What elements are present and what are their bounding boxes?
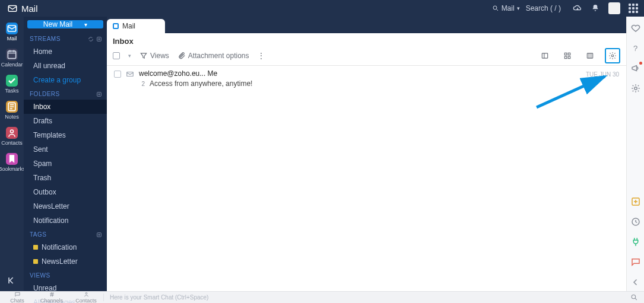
plug-icon: [630, 237, 641, 247]
widget-notifications[interactable]: [630, 63, 641, 74]
folder-newsletter[interactable]: NewsLetter: [24, 199, 107, 213]
rail-contacts[interactable]: Contacts: [2, 125, 22, 148]
top-bar: Mail Mail ▾ Search ( / ): [0, 0, 644, 17]
layout-btn-2[interactable]: [560, 48, 575, 63]
views-btn[interactable]: Views: [139, 52, 169, 60]
rail-mail[interactable]: Mail: [2, 20, 22, 44]
folder-notification[interactable]: Notification: [24, 213, 107, 228]
tags-add[interactable]: [96, 232, 102, 238]
search-icon: [630, 294, 638, 301]
new-mail-button[interactable]: New Mail ▾: [27, 20, 103, 28]
plus-icon: [96, 36, 102, 42]
tag-notification[interactable]: Notification: [24, 240, 107, 254]
widget-settings[interactable]: [630, 83, 641, 94]
attachment-label: Attachment options: [188, 52, 249, 60]
tag-color-swatch: [33, 245, 38, 250]
sidebar-item-label: Outbox: [33, 188, 56, 196]
bottom-tab-contacts[interactable]: Contacts: [69, 291, 103, 303]
message-count: 2: [139, 81, 145, 87]
bottom-tab-label: Chats: [10, 298, 24, 303]
heart-icon: [630, 23, 641, 33]
smart-chat-input[interactable]: Here is your Smart Chat (Ctrl+Space): [103, 294, 644, 301]
brand-title: Mail: [21, 4, 38, 14]
tab-icon: [113, 23, 119, 29]
rail-calendar[interactable]: Calendar: [2, 46, 22, 70]
layout-btn-3[interactable]: [582, 48, 598, 63]
widget-favorite[interactable]: [630, 23, 641, 33]
rail-collapse[interactable]: [2, 275, 22, 286]
search-icon: [492, 5, 499, 12]
sidebar-item-label: Trash: [33, 174, 51, 182]
message-row[interactable]: welcome@zoho.eu... Me 2 Access from anyw…: [107, 66, 626, 91]
message-subject: Access from anywhere, anytime!: [150, 79, 252, 88]
top-search: Mail ▾ Search ( / ): [486, 4, 567, 12]
folder-outbox[interactable]: Outbox: [24, 185, 107, 199]
widget-chat[interactable]: [630, 257, 641, 267]
folder-spam[interactable]: Spam: [24, 157, 107, 171]
streams-create-group[interactable]: Create a group: [24, 73, 107, 87]
streams-actions[interactable]: [88, 36, 102, 42]
svg-point-5: [11, 130, 14, 133]
search-input[interactable]: Search ( / ): [526, 4, 561, 12]
rail-notes[interactable]: Notes: [2, 98, 22, 122]
clock-icon: [630, 216, 641, 227]
folder-drafts[interactable]: Drafts: [24, 114, 107, 128]
svg-rect-11: [568, 53, 570, 55]
plus-square-icon: [630, 196, 641, 207]
rail-label: Bookmarks: [0, 166, 26, 172]
folder-inbox[interactable]: Inbox: [24, 100, 107, 114]
widget-plugin[interactable]: [630, 237, 641, 247]
attachment-icon: [177, 52, 186, 60]
bell-icon[interactable]: [591, 4, 600, 13]
sidebar-item-label: Create a group: [33, 76, 81, 84]
rail-bookmarks[interactable]: Bookmarks: [2, 151, 22, 174]
streams-home[interactable]: Home: [24, 44, 107, 59]
main-area: Mail Inbox ▾ Views Attachment options ⋮: [107, 17, 626, 291]
widget-add[interactable]: [630, 196, 641, 207]
notification-dot: [639, 62, 642, 65]
layout-btn-1[interactable]: [537, 48, 553, 63]
more-menu[interactable]: ⋮: [258, 52, 265, 60]
top-right: [567, 2, 644, 14]
attachment-options-btn[interactable]: Attachment options: [177, 52, 249, 60]
views-label: Views: [150, 52, 169, 60]
folder-trash[interactable]: Trash: [24, 171, 107, 185]
rail-tasks[interactable]: Tasks: [2, 72, 22, 96]
bottom-tab-chats[interactable]: Chats: [0, 291, 34, 303]
section-title: TAGS: [30, 231, 46, 238]
folder-templates[interactable]: Templates: [24, 128, 107, 142]
apps-grid-icon[interactable]: [629, 4, 638, 13]
select-all-checkbox[interactable]: [113, 52, 120, 59]
tab-mail[interactable]: Mail: [107, 19, 165, 33]
search-scope[interactable]: Mail ▾: [492, 4, 520, 12]
folder-sent[interactable]: Sent: [24, 142, 107, 157]
widget-history[interactable]: [630, 216, 641, 227]
streams-all-unread[interactable]: All unread: [24, 59, 107, 73]
tag-newsletter[interactable]: NewsLetter: [24, 254, 107, 269]
cloud-download-icon[interactable]: [573, 4, 582, 13]
folders-add[interactable]: [96, 91, 102, 97]
funnel-icon: [139, 52, 148, 60]
layout-icon: [541, 52, 549, 60]
avatar[interactable]: [608, 2, 620, 14]
bottom-tab-channels[interactable]: Channels: [34, 291, 69, 303]
tag-color-swatch: [33, 259, 38, 264]
sidebar-item-label: Drafts: [33, 117, 52, 125]
settings-button[interactable]: [605, 48, 620, 63]
section-title: VIEWS: [30, 272, 50, 279]
rail-label: Contacts: [1, 140, 23, 146]
svg-point-15: [611, 55, 614, 57]
refresh-icon: [88, 36, 94, 42]
search-placeholder: Search ( / ): [526, 4, 561, 12]
svg-rect-0: [8, 6, 17, 12]
svg-rect-3: [8, 51, 15, 59]
row-checkbox[interactable]: [114, 71, 121, 78]
select-all-dropdown[interactable]: ▾: [128, 53, 131, 59]
widget-help[interactable]: ?: [630, 43, 641, 53]
sidebar-item-label: Inbox: [33, 103, 50, 111]
views-header: VIEWS: [24, 269, 107, 281]
person-icon: [83, 291, 90, 298]
rail-label: Calendar: [1, 62, 23, 68]
search-scope-label: Mail: [502, 4, 515, 12]
widget-expand[interactable]: [630, 277, 641, 288]
